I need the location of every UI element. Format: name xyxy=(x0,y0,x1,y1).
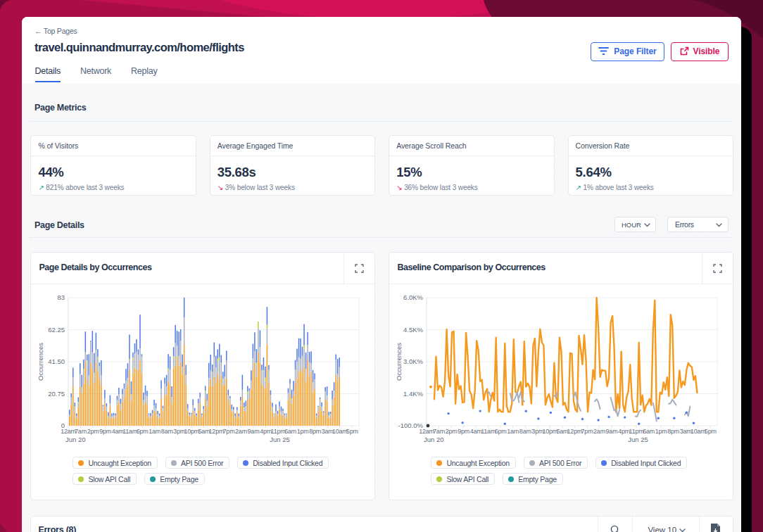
svg-text:12pm: 12pm xyxy=(567,428,583,435)
svg-text:8am: 8am xyxy=(519,428,531,435)
svg-text:7pm: 7pm xyxy=(581,428,593,435)
svg-text:8am: 8am xyxy=(161,428,173,435)
svg-text:9am: 9am xyxy=(248,428,260,435)
svg-text:10am: 10am xyxy=(332,428,348,435)
svg-text:Jun 25: Jun 25 xyxy=(270,436,291,443)
svg-text:2pm: 2pm xyxy=(87,428,99,435)
svg-text:2am: 2am xyxy=(593,428,605,435)
svg-text:Jun 25: Jun 25 xyxy=(629,436,649,443)
svg-text:4pm: 4pm xyxy=(260,428,272,435)
svg-text:5pm: 5pm xyxy=(346,428,358,435)
svg-text:8pm: 8pm xyxy=(310,428,322,435)
svg-text:Jun 20: Jun 20 xyxy=(65,436,86,443)
svg-text:6pm: 6pm xyxy=(495,428,507,435)
svg-text:4am: 4am xyxy=(470,428,482,435)
svg-text:12pm: 12pm xyxy=(209,428,225,435)
svg-text:12am: 12am xyxy=(61,428,77,435)
svg-text:1pm: 1pm xyxy=(655,428,667,435)
svg-text:11pm: 11pm xyxy=(629,428,644,435)
svg-text:6am: 6am xyxy=(643,428,655,435)
svg-text:1am: 1am xyxy=(149,428,161,435)
svg-text:4.5K%: 4.5K% xyxy=(403,326,424,334)
svg-text:Jun 20: Jun 20 xyxy=(424,436,444,443)
svg-text:10am: 10am xyxy=(691,428,706,435)
svg-text:6am: 6am xyxy=(285,428,297,435)
svg-text:2pm: 2pm xyxy=(446,428,458,435)
svg-text:Occurrences: Occurrences xyxy=(37,343,44,381)
svg-text:10pm: 10pm xyxy=(543,428,558,435)
svg-text:5pm: 5pm xyxy=(705,428,717,435)
svg-text:7pm: 7pm xyxy=(223,428,235,435)
svg-text:1pm: 1pm xyxy=(297,428,309,435)
svg-text:62.25: 62.25 xyxy=(49,326,65,334)
svg-text:83: 83 xyxy=(58,293,65,301)
svg-text:4pm: 4pm xyxy=(619,428,631,435)
svg-text:6pm: 6pm xyxy=(137,428,149,435)
svg-text:2am: 2am xyxy=(235,428,247,435)
svg-text:4am: 4am xyxy=(112,428,124,435)
svg-text:12am: 12am xyxy=(420,428,435,435)
svg-text:1.4K%: 1.4K% xyxy=(403,390,424,398)
svg-text:7am: 7am xyxy=(433,428,445,435)
svg-text:10pm: 10pm xyxy=(184,428,200,435)
svg-text:11am: 11am xyxy=(481,428,496,435)
svg-text:9am: 9am xyxy=(606,428,618,435)
svg-text:11pm: 11pm xyxy=(271,428,286,435)
svg-text:20.75: 20.75 xyxy=(49,390,65,398)
svg-text:7am: 7am xyxy=(75,428,87,435)
svg-text:3.0K%: 3.0K% xyxy=(403,357,424,365)
svg-text:8pm: 8pm xyxy=(668,428,680,435)
svg-text:11am: 11am xyxy=(123,428,138,435)
svg-text:1am: 1am xyxy=(507,428,519,435)
svg-text:6.0K%: 6.0K% xyxy=(403,293,424,301)
svg-text:9pm: 9pm xyxy=(100,428,112,435)
svg-text:9pm: 9pm xyxy=(458,428,470,435)
svg-text:Occurrences: Occurrences xyxy=(395,343,403,381)
svg-text:41.50: 41.50 xyxy=(49,357,65,365)
